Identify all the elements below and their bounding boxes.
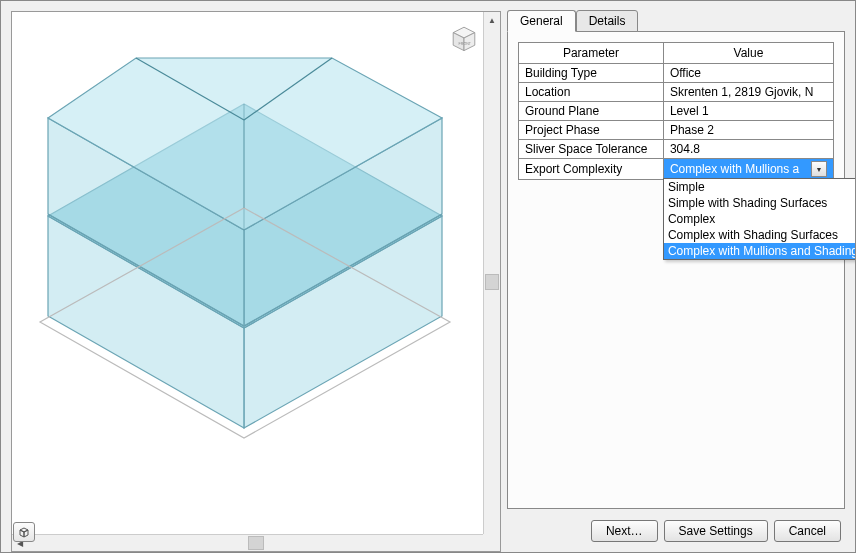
param-name: Sliver Space Tolerance bbox=[519, 140, 664, 159]
table-row[interactable]: Project Phase Phase 2 bbox=[519, 121, 834, 140]
svg-marker-18 bbox=[20, 530, 24, 537]
param-name: Project Phase bbox=[519, 121, 664, 140]
param-value[interactable]: 304.8 bbox=[663, 140, 833, 159]
tab-details[interactable]: Details bbox=[576, 10, 639, 32]
scroll-up-arrow[interactable]: ▲ bbox=[484, 12, 500, 28]
main-area: FRONT ▲ ▼ ◀ ▶ General bbox=[1, 1, 855, 552]
param-name: Building Type bbox=[519, 64, 664, 83]
param-value[interactable]: Office bbox=[663, 64, 833, 83]
param-value[interactable]: Skrenten 1, 2819 Gjovik, N bbox=[663, 83, 833, 102]
col-header-parameter: Parameter bbox=[519, 43, 664, 64]
dropdown-selected-text: Complex with Mullions a bbox=[670, 162, 799, 176]
param-value[interactable]: Level 1 bbox=[663, 102, 833, 121]
cancel-button[interactable]: Cancel bbox=[774, 520, 841, 542]
tab-content-general: Parameter Value Building Type Office Loc… bbox=[507, 31, 845, 509]
table-row[interactable]: Sliver Space Tolerance 304.8 bbox=[519, 140, 834, 159]
dropdown-list[interactable]: Simple Simple with Shading Surfaces Comp… bbox=[663, 178, 855, 260]
viewer-panel: FRONT ▲ ▼ ◀ ▶ bbox=[11, 11, 501, 552]
table-row[interactable]: Location Skrenten 1, 2819 Gjovik, N bbox=[519, 83, 834, 102]
chevron-down-icon[interactable]: ▼ bbox=[811, 161, 827, 177]
save-settings-button[interactable]: Save Settings bbox=[664, 520, 768, 542]
next-button[interactable]: Next… bbox=[591, 520, 658, 542]
tab-general[interactable]: General bbox=[507, 10, 576, 32]
view-cube[interactable]: FRONT bbox=[446, 20, 482, 56]
horizontal-scrollbar[interactable]: ◀ ▶ bbox=[12, 534, 500, 551]
view-mode-button[interactable] bbox=[13, 522, 35, 542]
tab-strip: General Details bbox=[507, 9, 845, 31]
svg-marker-19 bbox=[24, 530, 28, 537]
dropdown-item[interactable]: Complex bbox=[664, 211, 855, 227]
param-value[interactable]: Phase 2 bbox=[663, 121, 833, 140]
export-complexity-dropdown[interactable]: Complex with Mullions a ▼ Simple Simple … bbox=[663, 159, 833, 180]
table-row[interactable]: Building Type Office bbox=[519, 64, 834, 83]
export-dialog: FRONT ▲ ▼ ◀ ▶ General bbox=[0, 0, 856, 553]
param-name: Ground Plane bbox=[519, 102, 664, 121]
param-name: Export Complexity bbox=[519, 159, 664, 180]
scroll-thumb-horizontal[interactable] bbox=[248, 536, 264, 550]
svg-marker-17 bbox=[20, 528, 28, 532]
parameter-table: Parameter Value Building Type Office Loc… bbox=[518, 42, 834, 180]
properties-panel: General Details Parameter Value Building… bbox=[507, 9, 845, 552]
table-row-export-complexity[interactable]: Export Complexity Complex with Mullions … bbox=[519, 159, 834, 180]
vertical-scrollbar[interactable]: ▲ ▼ bbox=[483, 12, 500, 551]
param-name: Location bbox=[519, 83, 664, 102]
dropdown-item[interactable]: Simple bbox=[664, 179, 855, 195]
view-cube-label: FRONT bbox=[459, 42, 472, 46]
dialog-button-bar: Next… Save Settings Cancel bbox=[591, 520, 841, 542]
dropdown-item[interactable]: Simple with Shading Surfaces bbox=[664, 195, 855, 211]
dropdown-item-selected[interactable]: Complex with Mullions and Shading bbox=[664, 243, 855, 259]
dropdown-item[interactable]: Complex with Shading Surfaces bbox=[664, 227, 855, 243]
scroll-thumb-vertical[interactable] bbox=[485, 274, 499, 290]
viewer-body[interactable]: FRONT ▲ ▼ ◀ ▶ bbox=[12, 12, 500, 551]
cube-icon bbox=[17, 526, 31, 538]
table-row[interactable]: Ground Plane Level 1 bbox=[519, 102, 834, 121]
col-header-value: Value bbox=[663, 43, 833, 64]
building-3d-model bbox=[26, 26, 466, 446]
scroll-corner bbox=[483, 534, 500, 551]
